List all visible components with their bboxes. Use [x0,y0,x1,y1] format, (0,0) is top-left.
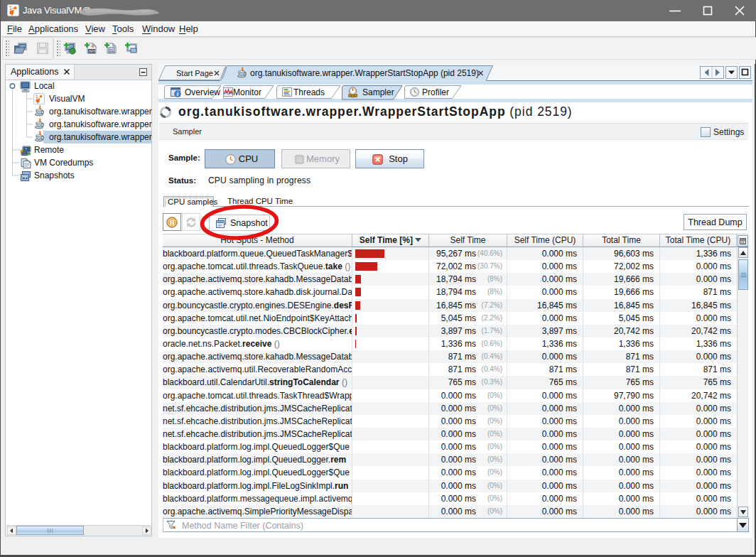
svg-text:Sampler: Sampler [362,87,394,97]
svg-text:Start Page: Start Page [176,69,213,77]
svg-text:01: 01 [109,48,114,53]
svg-text:org.tanukisoftware.wrapper.Wra: org.tanukisoftware.wrapper.WrapperStartS… [250,68,479,78]
svg-text:Monitor: Monitor [233,87,261,97]
svg-text:Profiler: Profiler [422,87,449,97]
svg-text:Threads: Threads [293,87,325,97]
svg-text:JMX: JMX [88,49,96,53]
svg-text:Overview: Overview [185,87,220,97]
